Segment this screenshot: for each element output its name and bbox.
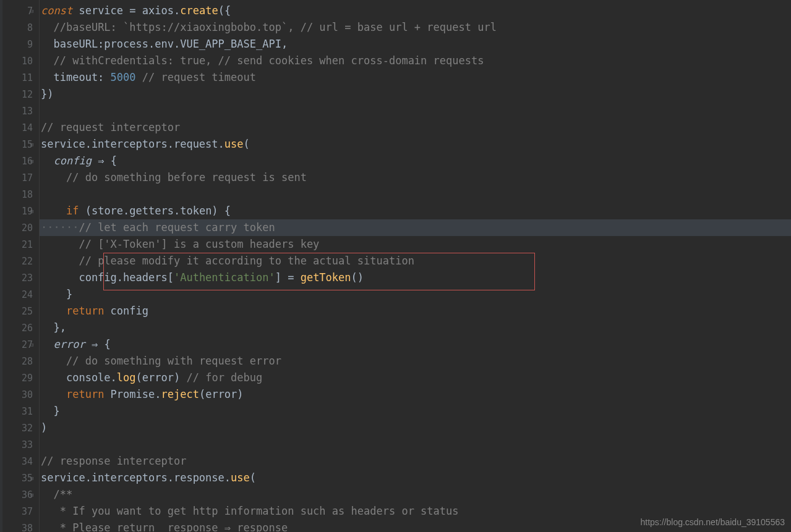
gutter-row: 13: [0, 103, 39, 119]
code-token: // for debug: [186, 371, 262, 384]
code-editor[interactable]: 7⊟89101112131415⊟16⊟171819⊟2021222324252…: [0, 0, 791, 532]
code-token: (): [351, 271, 364, 284]
code-line[interactable]: [40, 186, 791, 203]
code-line[interactable]: // response interceptor: [40, 453, 791, 470]
code-token: reject: [161, 388, 199, 400]
code-token: // request timeout: [142, 71, 256, 83]
code-token: console: [41, 371, 111, 384]
code-line[interactable]: console.log(error) // for debug: [40, 369, 791, 386]
code-line[interactable]: error ⇒ {: [40, 336, 791, 353]
fold-icon[interactable]: ⊟: [30, 158, 36, 164]
fold-icon[interactable]: ⊟: [30, 492, 36, 498]
gutter-row: 31: [0, 403, 39, 420]
code-token: ⇒: [98, 154, 110, 167]
code-token: config: [111, 305, 148, 317]
line-number: 10: [15, 56, 39, 67]
code-token: {: [111, 154, 117, 167]
line-number: 9: [15, 39, 39, 50]
line-number: 23: [15, 272, 39, 284]
code-token: config: [53, 154, 98, 167]
gutter-row: 19⊟: [0, 203, 39, 219]
code-token: [41, 21, 53, 33]
gutter-row: 7⊟: [0, 2, 39, 19]
code-line[interactable]: config ⇒ {: [40, 153, 791, 169]
code-token: [41, 388, 66, 400]
gutter-row: 25: [0, 303, 39, 319]
code-token: * If you want to get http information su…: [60, 505, 459, 517]
gutter-row: 32: [0, 420, 39, 436]
code-area[interactable]: const service = axios.create({ //baseURL…: [40, 0, 791, 532]
line-number: 8: [15, 22, 39, 33]
code-token: // request interceptor: [41, 121, 180, 133]
code-token: const: [41, 4, 79, 17]
line-number: 34: [15, 456, 39, 467]
code-line[interactable]: ): [40, 420, 791, 436]
gutter-row: 36⊟: [0, 486, 39, 503]
code-line[interactable]: /**: [40, 486, 791, 503]
code-line[interactable]: [40, 436, 791, 453]
fold-icon[interactable]: ⊟: [30, 8, 36, 14]
code-token: 'Authentication': [174, 271, 275, 284]
code-token: }: [41, 405, 60, 417]
code-line[interactable]: ······// let each request carry token: [40, 219, 791, 236]
code-line[interactable]: [40, 103, 791, 119]
gutter-row: 33: [0, 436, 39, 453]
fold-icon[interactable]: ⊟: [30, 342, 36, 348]
watermark: https://blog.csdn.net/baidu_39105563: [640, 517, 785, 527]
code-line[interactable]: service.interceptors.request.use(: [40, 136, 791, 153]
code-token: (: [244, 138, 250, 150]
code-line[interactable]: },: [40, 319, 791, 336]
code-line[interactable]: // request interceptor: [40, 119, 791, 136]
gutter-row: 14: [0, 119, 39, 136]
code-line[interactable]: return config: [40, 303, 791, 319]
code-line[interactable]: }): [40, 86, 791, 103]
code-token: }: [41, 288, 72, 300]
code-line[interactable]: baseURL:process.env.VUE_APP_BASE_API,: [40, 36, 791, 53]
fold-icon[interactable]: ⊟: [30, 475, 36, 481]
line-number: 31: [15, 406, 39, 417]
gutter-row: 11: [0, 69, 39, 86]
fold-icon[interactable]: ⊟: [30, 208, 36, 214]
code-token: log: [117, 371, 136, 384]
line-number: 17: [15, 172, 39, 184]
code-line[interactable]: config.headers['Authentication'] = getTo…: [40, 269, 791, 286]
gutter-row: 34: [0, 453, 39, 470]
code-line[interactable]: // withCredentials: true, // send cookie…: [40, 53, 791, 69]
code-line[interactable]: if (store.getters.token) {: [40, 203, 791, 219]
code-token: // withCredentials: true, // send cookie…: [53, 54, 484, 67]
fold-icon[interactable]: ⊟: [30, 141, 36, 148]
code-line[interactable]: service.interceptors.response.use(: [40, 470, 791, 486]
code-line[interactable]: }: [40, 403, 791, 420]
code-token: getToken: [301, 271, 351, 284]
code-token: // ['X-Token'] is a custom headers key: [79, 238, 319, 250]
code-token: [41, 171, 66, 184]
code-line[interactable]: // do something with request error: [40, 353, 791, 369]
gutter-row: 23: [0, 269, 39, 286]
code-token: [41, 154, 53, 167]
code-line[interactable]: timeout: 5000 // request timeout: [40, 69, 791, 86]
code-line[interactable]: const service = axios.create({: [40, 2, 791, 19]
gutter-row: 20: [0, 219, 39, 236]
code-line[interactable]: }: [40, 286, 791, 303]
code-line[interactable]: // ['X-Token'] is a custom headers key: [40, 236, 791, 253]
line-number: 29: [15, 373, 39, 384]
code-token: ······: [41, 221, 79, 234]
code-token: [41, 355, 66, 367]
code-token: service.interceptors.request.: [41, 138, 224, 150]
code-line[interactable]: return Promise.reject(error): [40, 386, 791, 403]
gutter-row: 27⊟: [0, 336, 39, 353]
line-number: 12: [15, 89, 39, 100]
gutter: 7⊟89101112131415⊟16⊟171819⊟2021222324252…: [0, 0, 40, 532]
code-line[interactable]: // do something before request is sent: [40, 169, 791, 186]
code-line[interactable]: //baseURL: `https://xiaoxingbobo.top`, /…: [40, 19, 791, 36]
code-token: // do something with request error: [66, 355, 281, 367]
line-number: 28: [15, 356, 39, 367]
code-token: [41, 521, 60, 532]
code-token: config.headers[: [41, 271, 174, 284]
line-number: 33: [15, 439, 39, 450]
code-token: // response interceptor: [41, 455, 186, 467]
code-token: create: [180, 4, 218, 17]
gutter-row: 24: [0, 286, 39, 303]
gutter-row: 8: [0, 19, 39, 36]
code-line[interactable]: // please modify it according to the act…: [40, 253, 791, 269]
